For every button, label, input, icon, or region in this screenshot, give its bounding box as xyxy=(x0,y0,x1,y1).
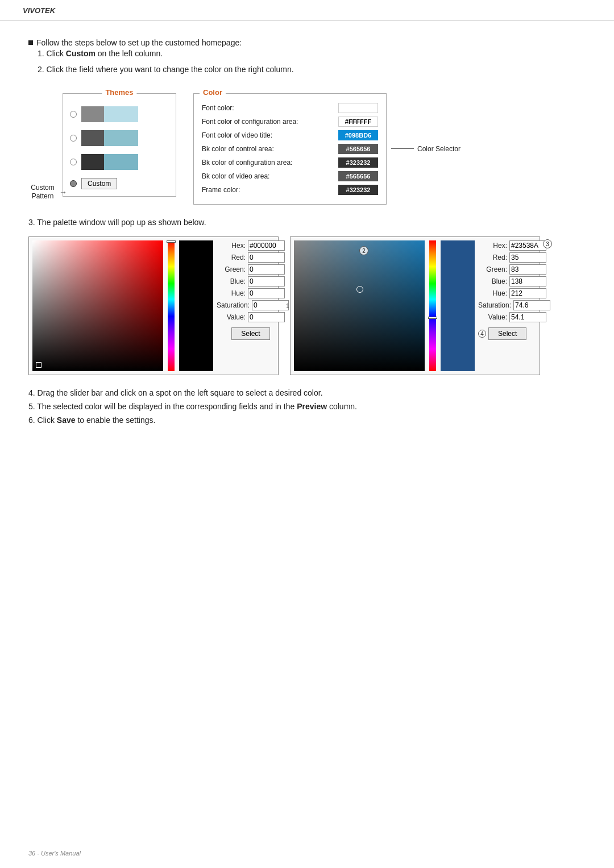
custom-button[interactable]: Custom xyxy=(81,178,117,189)
left-saturation-input[interactable] xyxy=(252,300,289,310)
left-hex-input[interactable] xyxy=(248,240,285,251)
right-picker-panel: 1 2 3 xyxy=(290,236,540,375)
theme-preview-right-1 xyxy=(104,106,138,122)
left-grad-square[interactable] xyxy=(32,240,163,371)
right-saturation-input[interactable] xyxy=(513,300,550,310)
instructions-list: Follow the steps below to set up the cus… xyxy=(28,38,586,76)
color-row-6: Frame color: #323232 xyxy=(202,185,378,195)
themes-box-title: Themes xyxy=(102,88,136,97)
badge-1: 1 xyxy=(286,302,289,309)
color-swatch-4[interactable]: #323232 xyxy=(338,157,378,168)
left-hue-input[interactable] xyxy=(248,288,285,298)
color-swatch-6[interactable]: #323232 xyxy=(338,185,378,195)
color-box: Color Font color: Font color of configur… xyxy=(193,93,387,205)
color-selector-label: Color Selector xyxy=(417,145,460,153)
badge-3: 3 xyxy=(543,239,552,248)
right-hue-bar xyxy=(429,240,436,371)
color-label-5: Bk color of video area: xyxy=(202,172,269,180)
left-hue-slider[interactable] xyxy=(167,240,176,371)
color-section: Color Font color: Font color of configur… xyxy=(193,93,387,205)
step2-text: 2. Click the field where you want to cha… xyxy=(38,63,586,76)
color-label-2: Font color of video title: xyxy=(202,131,272,139)
callout-line xyxy=(391,148,414,149)
custom-radio[interactable] xyxy=(70,180,77,187)
right-hue-thumb[interactable] xyxy=(428,317,437,319)
color-row-0: Font color: xyxy=(202,103,378,113)
color-swatch-3[interactable]: #565656 xyxy=(338,144,378,154)
left-select-button[interactable]: Select xyxy=(231,327,269,340)
step3-text: 3. The palette window will pop up as sho… xyxy=(28,216,586,229)
right-hue-slider[interactable] xyxy=(428,240,437,371)
color-swatch-0[interactable] xyxy=(338,103,378,113)
left-red-row: Red: xyxy=(217,252,285,263)
color-selector-callout: Color Selector xyxy=(391,145,460,153)
steps-456: 4. Drag the slider bar and click on a sp… xyxy=(28,387,586,427)
color-row-2: Font color of video title: #098BD6 xyxy=(202,130,378,140)
theme-preview-right-3 xyxy=(104,154,138,170)
theme-radio-3[interactable] xyxy=(70,159,77,165)
left-picker-inner: Hex: Red: Green: Blue: xyxy=(32,240,275,371)
right-select-row: 4 Select xyxy=(478,327,546,340)
color-swatch-2[interactable]: #098BD6 xyxy=(338,130,378,140)
left-red-input[interactable] xyxy=(248,252,285,263)
color-row-1: Font color of configuration area: #FFFFF… xyxy=(202,117,378,127)
right-hex-label: Hex: xyxy=(478,242,507,250)
right-blue-row: Blue: xyxy=(478,276,546,286)
theme-radio-2[interactable] xyxy=(70,135,77,142)
step1-text: 1. Click Custom on the left column. xyxy=(38,47,586,60)
brand-label: VIVOTEK xyxy=(23,6,55,15)
right-red-input[interactable] xyxy=(509,252,546,263)
color-row-3: Bk color of control area: #565656 xyxy=(202,144,378,154)
themes-box: Themes xyxy=(63,93,176,197)
left-value-row: Value: xyxy=(217,312,285,322)
right-value-input[interactable] xyxy=(509,312,546,322)
left-red-label: Red: xyxy=(217,254,246,261)
left-green-input[interactable] xyxy=(248,264,285,275)
right-select-button[interactable]: Select xyxy=(488,327,526,340)
left-preview-swatch xyxy=(179,240,213,371)
right-hue-label: Hue: xyxy=(478,289,507,297)
bullet-text: Follow the steps below to set up the cus… xyxy=(36,38,242,47)
left-hex-label: Hex: xyxy=(217,242,246,250)
theme-preview-left-1 xyxy=(81,106,104,122)
themes-color-panel-area: Themes xyxy=(63,88,586,205)
right-cursor xyxy=(356,286,363,293)
main-content: Follow the steps below to set up the cus… xyxy=(0,21,614,445)
left-blue-input[interactable] xyxy=(248,276,285,286)
color-swatch-5[interactable]: #565656 xyxy=(338,171,378,181)
color-swatch-1[interactable]: #FFFFFF xyxy=(338,117,378,127)
theme-preview-1 xyxy=(81,106,138,122)
step5-bold: Preview xyxy=(297,402,327,411)
theme-preview-2 xyxy=(81,130,138,146)
left-picker-panel: Hex: Red: Green: Blue: xyxy=(28,236,279,375)
header: VIVOTEK xyxy=(0,0,614,21)
color-box-title: Color xyxy=(200,88,226,97)
left-cursor xyxy=(36,362,42,368)
step5-text: 5. The selected color will be displayed … xyxy=(28,400,586,414)
right-green-input[interactable] xyxy=(509,264,546,275)
color-label-1: Font color of configuration area: xyxy=(202,118,298,126)
right-green-label: Green: xyxy=(478,265,507,273)
left-hex-row: Hex: xyxy=(217,240,285,251)
theme-preview-left-2 xyxy=(81,130,104,146)
theme-preview-left-3 xyxy=(81,154,104,170)
left-value-input[interactable] xyxy=(248,312,285,322)
right-green-row: Green: xyxy=(478,264,546,275)
color-row-4: Bk color of configuration area: #323232 xyxy=(202,157,378,168)
bullet-icon xyxy=(28,40,33,45)
right-blue-input[interactable] xyxy=(509,276,546,286)
right-picker-inner: 2 3 Hex: xyxy=(294,240,536,371)
left-hue-thumb[interactable] xyxy=(167,240,176,243)
bullet-instruction: Follow the steps below to set up the cus… xyxy=(28,38,586,47)
right-red-row: Red: xyxy=(478,252,546,263)
right-hue-input[interactable] xyxy=(509,288,546,298)
footer-text: 36 - User's Manual xyxy=(28,850,81,857)
theme-radio-1[interactable] xyxy=(70,111,77,118)
right-saturation-label: Saturation: xyxy=(478,301,511,309)
right-grad-square[interactable]: 2 xyxy=(294,240,425,371)
step4-text: 4. Drag the slider bar and click on a sp… xyxy=(28,387,586,400)
right-hex-input[interactable] xyxy=(509,240,546,251)
theme-row-2 xyxy=(70,130,169,146)
color-row-5: Bk color of video area: #565656 xyxy=(202,171,378,181)
right-saturation-row: Saturation: xyxy=(478,300,546,310)
